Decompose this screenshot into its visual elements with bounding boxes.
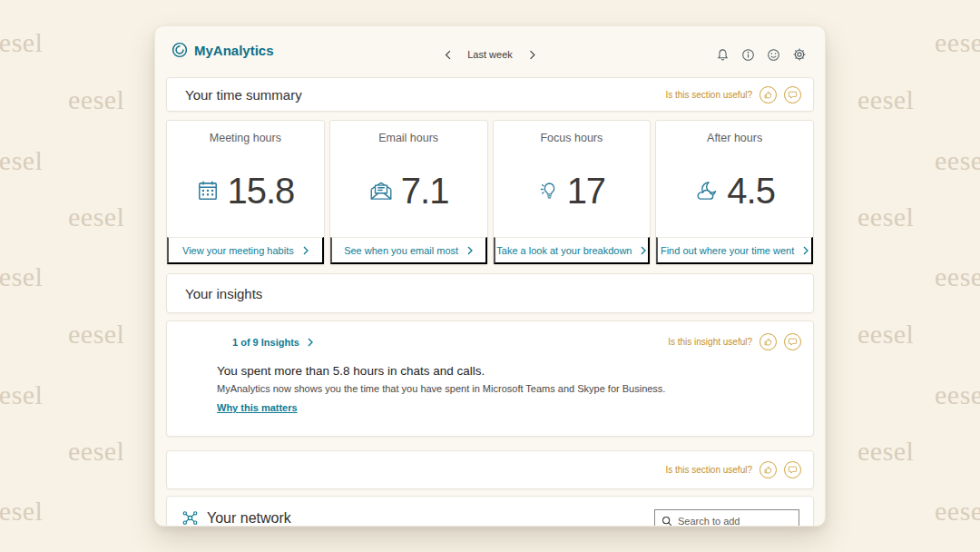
previous-period-button[interactable] <box>443 48 453 62</box>
comment-button[interactable] <box>784 86 801 104</box>
watermark-text: eesel <box>935 261 980 292</box>
focus-hours-card: Focus hours 17 Take a look at your break… <box>493 120 652 265</box>
watermark-text: eesel <box>68 202 124 232</box>
chevron-right-icon <box>308 338 313 347</box>
meeting-hours-card: Meeting hours 15.8 View your meeting hab… <box>166 120 325 265</box>
network-section-feedback: Is this section useful? <box>665 461 801 478</box>
watermark-text: eesel <box>0 380 43 410</box>
why-this-matters-link[interactable]: Why this matters <box>217 402 298 413</box>
after-hours-value: 4.5 <box>727 171 775 212</box>
feedback-question: Is this section useful? <box>665 465 752 475</box>
email-hours-card: Email hours 7.1 See when you email most <box>329 120 488 265</box>
watermark-text: eesel <box>68 84 124 115</box>
watermark-text: eesel <box>858 202 914 232</box>
metric-title: Focus hours <box>494 132 651 144</box>
watermark-text: eesel <box>0 145 43 176</box>
chevron-right-icon <box>803 246 808 255</box>
time-summary-title: Your time summary <box>185 87 302 103</box>
watermark-text: eesel <box>858 436 914 467</box>
watermark-text: eesel <box>935 380 980 410</box>
watermark-text: eesel <box>858 319 914 350</box>
feedback-question: Is this section useful? <box>665 90 752 100</box>
network-title: Your network <box>207 510 291 527</box>
notifications-button[interactable] <box>714 46 731 64</box>
watermark-text: eesel <box>0 496 43 527</box>
smiley-icon <box>767 48 780 62</box>
app-header: MyAnalytics Last week <box>155 26 825 74</box>
insights-title: Your insights <box>185 286 262 301</box>
open-email-icon <box>368 180 394 202</box>
insights-pager-label: 1 of 9 Insights <box>232 337 299 348</box>
lightbulb-icon <box>538 180 560 202</box>
thumbs-up-icon <box>763 465 773 475</box>
watermark-text: eesel <box>935 145 980 176</box>
comment-icon <box>788 90 798 100</box>
insight-top-row: 1 of 9 Insights Is this insight useful? <box>167 333 813 350</box>
metric-value-row: 15.8 <box>167 144 324 237</box>
calendar-icon <box>196 179 220 202</box>
dashboard-content: Your time summary Is this section useful… <box>155 77 825 527</box>
watermark-text: eesel <box>0 27 43 58</box>
app-logo: MyAnalytics <box>172 42 274 58</box>
breakdown-link[interactable]: Take a look at your breakdown <box>494 237 651 264</box>
myanalytics-logo-icon <box>172 42 188 58</box>
thumbs-up-button[interactable] <box>760 333 777 350</box>
metric-title: Email hours <box>330 132 487 144</box>
metric-value-row: 17 <box>494 144 651 237</box>
thumbs-up-button[interactable] <box>760 86 777 104</box>
settings-button[interactable] <box>790 45 808 64</box>
feedback-smiley-button[interactable] <box>765 46 782 64</box>
meeting-hours-value: 15.8 <box>227 171 294 212</box>
network-search-box <box>654 509 799 527</box>
network-graph-icon <box>181 509 199 527</box>
time-summary-header: Your time summary Is this section useful… <box>166 77 814 112</box>
watermark-text: eesel <box>935 496 980 527</box>
gear-icon <box>792 47 807 62</box>
email-hours-value: 7.1 <box>401 171 449 212</box>
chevron-right-icon <box>303 246 309 255</box>
focus-hours-value: 17 <box>567 171 606 212</box>
myanalytics-window: MyAnalytics Last week <box>154 25 826 527</box>
app-title: MyAnalytics <box>194 43 274 58</box>
comment-icon <box>788 337 798 347</box>
chevron-right-icon <box>467 246 473 255</box>
network-section-feedback-bar: Is this section useful? <box>166 450 814 489</box>
chevron-left-icon <box>445 50 451 60</box>
header-icon-group <box>714 36 808 64</box>
insights-header: Your insights <box>166 273 814 313</box>
after-hours-card: After hours 4.5 Find out where your time… <box>655 120 814 265</box>
thumbs-up-button[interactable] <box>760 461 777 478</box>
info-button[interactable] <box>740 46 757 64</box>
meeting-habits-link[interactable]: View your meeting habits <box>167 237 324 264</box>
network-title-group: Your network <box>181 509 291 527</box>
chevron-right-icon <box>529 50 535 60</box>
insight-body: MyAnalytics now shows you the time that … <box>217 383 802 394</box>
feedback-question: Is this insight useful? <box>668 337 752 347</box>
network-section: Your network <box>166 496 814 527</box>
next-period-button[interactable] <box>527 48 537 62</box>
watermark-text: eesel <box>935 27 980 58</box>
metric-title: Meeting hours <box>167 132 324 144</box>
metric-title: After hours <box>656 132 813 144</box>
time-went-link[interactable]: Find out where your time went <box>656 237 813 264</box>
insights-pager-button[interactable]: 1 of 9 Insights <box>232 337 313 348</box>
time-summary-feedback: Is this section useful? <box>665 86 801 104</box>
watermark-text: eesel <box>858 84 914 115</box>
thumbs-up-icon <box>763 90 773 100</box>
metric-value-row: 7.1 <box>330 144 487 237</box>
watermark-text: eesel <box>68 319 124 350</box>
search-icon <box>662 516 672 527</box>
watermark-text: eesel <box>0 261 43 292</box>
chevron-right-icon <box>641 246 646 255</box>
metric-value-row: 4.5 <box>656 144 813 237</box>
insight-card: 1 of 9 Insights Is this insight useful? <box>166 320 814 437</box>
comment-button[interactable] <box>784 461 801 478</box>
insight-headline: You spent more than 5.8 hours in chats a… <box>217 364 802 378</box>
network-search-input[interactable] <box>678 516 807 527</box>
watermark-text: eesel <box>68 436 124 467</box>
comment-icon <box>788 465 798 475</box>
period-navigation: Last week <box>443 26 537 74</box>
email-most-link[interactable]: See when you email most <box>330 237 487 264</box>
comment-button[interactable] <box>784 333 801 350</box>
insight-feedback: Is this insight useful? <box>668 333 801 350</box>
